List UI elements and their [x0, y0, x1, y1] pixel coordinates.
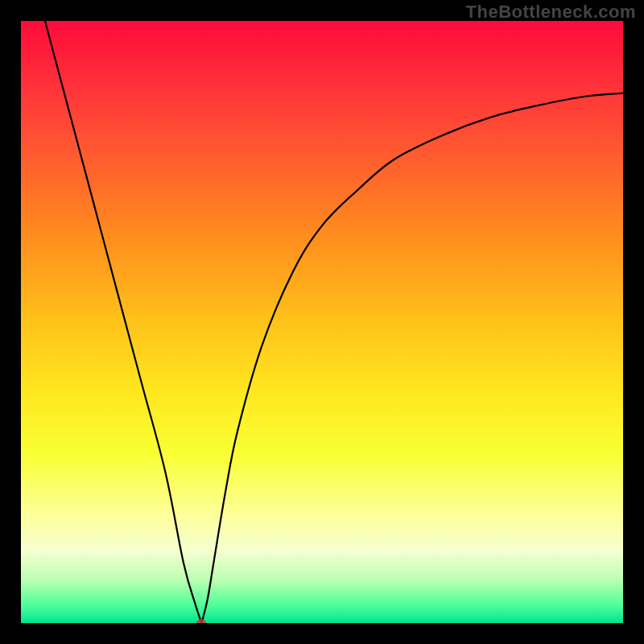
minimum-marker-dot [196, 619, 206, 623]
plot-area [21, 21, 623, 623]
curve-right-branch [201, 93, 623, 623]
watermark-text: TheBottleneck.com [466, 2, 636, 23]
curve-left-branch [45, 21, 201, 623]
curve-layer [21, 21, 623, 623]
chart-frame: TheBottleneck.com [0, 0, 644, 644]
